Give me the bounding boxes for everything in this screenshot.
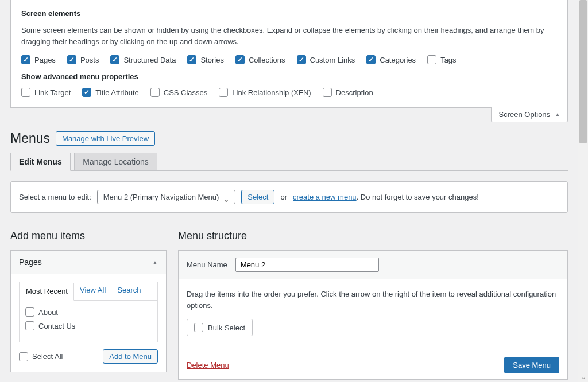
menu-structure-heading: Menu structure [178, 230, 568, 242]
screen-options-toggle[interactable]: Screen Options ▲ [491, 107, 568, 122]
scrollbar-down-arrow[interactable]: ⌄ [578, 372, 588, 382]
menu-name-label: Menu Name [187, 260, 227, 269]
checkbox-collections[interactable]: Collections [235, 55, 285, 64]
select-menu-label: Select a menu to edit: [19, 193, 91, 201]
page-title: Menus [10, 131, 50, 146]
menu-select-dropdown[interactable]: Menu 2 (Primary Navigation Menu) [97, 190, 236, 204]
chevron-up-icon: ▲ [555, 111, 560, 118]
checkbox-custom-links[interactable]: Custom Links [297, 55, 355, 64]
save-menu-button[interactable]: Save Menu [504, 357, 559, 373]
screen-options-panel: Screen elements Some screen elements can… [10, 0, 568, 108]
reminder-text: . Do not forget to save your changes! [357, 193, 479, 201]
create-new-menu-link[interactable]: create a new menu [293, 193, 357, 201]
pages-metabox-header[interactable]: Pages ▲ [11, 251, 166, 274]
checkbox-input[interactable] [67, 55, 76, 64]
sub-tab-view-all[interactable]: View All [74, 282, 111, 300]
checkbox-input[interactable] [19, 352, 28, 361]
manage-live-preview-button[interactable]: Manage with Live Preview [56, 131, 155, 146]
checkbox-input[interactable] [366, 55, 376, 64]
checkbox-description[interactable]: Description [323, 88, 373, 97]
select-button[interactable]: Select [241, 190, 274, 204]
structure-description: Drag the items into the order you prefer… [187, 289, 559, 311]
advanced-properties-checkboxes: Link Target Title Attribute CSS Classes … [21, 88, 557, 97]
delete-menu-link[interactable]: Delete Menu [187, 361, 229, 369]
or-text: or [280, 193, 287, 201]
checkbox-title-attribute[interactable]: Title Attribute [82, 88, 138, 97]
checkbox-input[interactable] [194, 323, 203, 332]
tab-manage-locations[interactable]: Manage Locations [74, 153, 157, 170]
sub-tab-most-recent[interactable]: Most Recent [20, 283, 74, 301]
scrollbar-track[interactable]: ⌄ [578, 0, 588, 382]
checkbox-input[interactable] [21, 88, 30, 97]
screen-elements-description: Some screen elements can be shown or hid… [21, 25, 557, 47]
scrollbar-thumb[interactable] [579, 0, 587, 143]
menu-name-input[interactable] [235, 258, 379, 272]
checkbox-categories[interactable]: Categories [366, 55, 416, 64]
screen-elements-checkboxes: Pages Posts Structured Data Stories Coll… [21, 55, 557, 64]
checkbox-input[interactable] [25, 321, 34, 330]
checkbox-pages[interactable]: Pages [21, 55, 56, 64]
checkbox-input[interactable] [427, 55, 436, 64]
checkbox-input[interactable] [219, 88, 228, 97]
checkbox-input[interactable] [187, 55, 196, 64]
checkbox-tags[interactable]: Tags [427, 55, 456, 64]
checkbox-input[interactable] [21, 55, 30, 64]
checkbox-input[interactable] [82, 88, 91, 97]
page-item-contact-us[interactable]: Contact Us [25, 321, 152, 330]
nav-tabs: Edit Menus Manage Locations [10, 152, 568, 171]
pages-metabox: Pages ▲ Most Recent View All Search Abou… [10, 250, 167, 372]
bulk-select-toggle[interactable]: Bulk Select [187, 319, 253, 336]
checkbox-structured-data[interactable]: Structured Data [110, 55, 176, 64]
advanced-properties-heading: Show advanced menu properties [21, 72, 557, 81]
sub-tab-search[interactable]: Search [111, 282, 146, 300]
checkbox-css-classes[interactable]: CSS Classes [150, 88, 208, 97]
select-all-checkbox[interactable]: Select All [19, 352, 63, 361]
chevron-up-icon: ▲ [152, 259, 158, 266]
screen-elements-heading: Screen elements [21, 9, 557, 18]
checkbox-link-relationship[interactable]: Link Relationship (XFN) [219, 88, 311, 97]
add-menu-items-heading: Add menu items [10, 230, 167, 242]
page-item-about[interactable]: About [25, 307, 152, 317]
menu-structure-box: Menu Name Drag the items into the order … [178, 250, 568, 380]
checkbox-input[interactable] [235, 55, 245, 64]
select-menu-bar: Select a menu to edit: Menu 2 (Primary N… [10, 181, 568, 213]
checkbox-input[interactable] [323, 88, 332, 97]
tab-edit-menus[interactable]: Edit Menus [10, 153, 71, 171]
checkbox-input[interactable] [150, 88, 160, 97]
checkbox-link-target[interactable]: Link Target [21, 88, 71, 97]
checkbox-input[interactable] [25, 307, 34, 317]
checkbox-posts[interactable]: Posts [67, 55, 99, 64]
checkbox-stories[interactable]: Stories [187, 55, 223, 64]
checkbox-input[interactable] [297, 55, 306, 64]
checkbox-input[interactable] [110, 55, 119, 64]
add-to-menu-button[interactable]: Add to Menu [103, 349, 158, 364]
